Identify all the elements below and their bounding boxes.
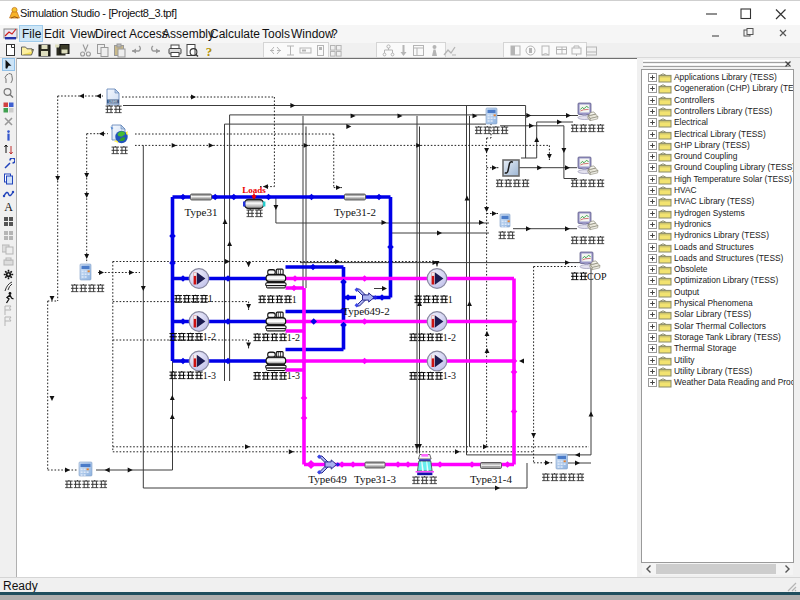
- svg-text:1-2: 1-2: [443, 332, 456, 343]
- svg-text:Type31-3: Type31-3: [354, 473, 396, 485]
- svg-text:COP: COP: [587, 271, 607, 282]
- svg-text:A: A: [4, 200, 13, 213]
- svg-text:Type31-2: Type31-2: [334, 206, 376, 218]
- svg-text:1-2: 1-2: [287, 332, 300, 343]
- svg-text:1: 1: [292, 294, 297, 305]
- svg-text:Type649: Type649: [308, 473, 347, 485]
- svg-text:1: 1: [208, 293, 213, 304]
- svg-text:USER: USER: [109, 100, 119, 104]
- svg-text:Loads: Loads: [242, 185, 266, 195]
- svg-text:1-3: 1-3: [203, 370, 216, 381]
- svg-text:Type31-4: Type31-4: [470, 473, 512, 485]
- svg-text:Type649-2: Type649-2: [342, 305, 390, 317]
- svg-text:1-3: 1-3: [443, 370, 456, 381]
- svg-text:Type31: Type31: [185, 206, 218, 218]
- svg-text:1-3: 1-3: [287, 370, 300, 381]
- svg-text:1: 1: [448, 294, 453, 305]
- svg-text:1-2: 1-2: [203, 331, 216, 342]
- svg-text:?: ?: [206, 44, 213, 59]
